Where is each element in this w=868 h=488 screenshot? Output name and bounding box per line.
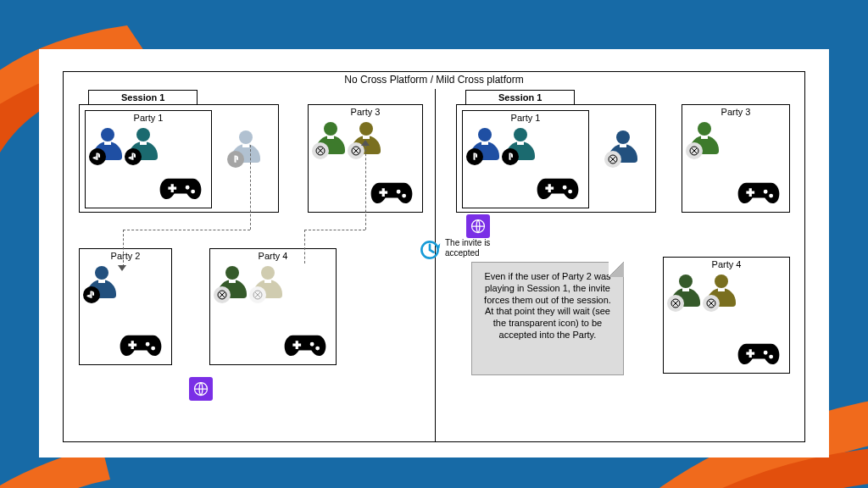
player-icon — [504, 126, 537, 164]
invite-line-5 — [365, 145, 367, 230]
player-icon — [126, 126, 160, 164]
session-tab-left: Session 1 — [88, 90, 198, 104]
session-box-right: Session 1 Party 1 — [456, 104, 656, 213]
party2-left-members — [85, 264, 119, 302]
diagram-title: No Cross Platform / Mild Cross platform — [64, 74, 804, 86]
arrowhead-icon — [118, 265, 126, 271]
diagram-outer-frame: No Cross Platform / Mild Cross platform … — [63, 71, 805, 442]
globe-icon — [189, 377, 213, 401]
invite-line-1 — [250, 145, 252, 230]
clock-refresh-icon — [418, 238, 442, 262]
session-tab-right: Session 1 — [465, 90, 575, 104]
xbox-icon — [214, 286, 231, 303]
xbox-icon — [604, 151, 621, 168]
player-icon — [91, 126, 125, 164]
party1-left-title: Party 1 — [86, 113, 211, 123]
party3-left-title: Party 3 — [309, 107, 422, 117]
playstation-icon — [125, 148, 142, 165]
party3-right: Party 3 — [682, 104, 790, 213]
gamepad-icon — [737, 178, 781, 207]
playstation-icon — [227, 151, 244, 168]
gamepad-icon — [370, 178, 414, 207]
player-icon — [468, 126, 502, 164]
playstation-icon — [466, 148, 483, 165]
party3-right-members — [687, 120, 721, 158]
session-box-left: Session 1 Party 1 — [79, 104, 279, 213]
slide-background: No Cross Platform / Mild Cross platform … — [0, 0, 868, 488]
party4-right-members — [669, 273, 738, 310]
xbox-icon — [312, 142, 329, 159]
gamepad-icon — [119, 330, 163, 359]
party3-left-members — [314, 120, 383, 158]
party4-left-title: Party 4 — [210, 251, 336, 261]
player-icon — [606, 129, 640, 166]
state-before: Session 1 Party 1 — [64, 89, 435, 441]
party1-right: Party 1 — [462, 110, 589, 208]
party4-right-title: Party 4 — [664, 259, 789, 269]
transition-label: The invite is accepted — [445, 238, 490, 258]
note-text: Even if the user of Party 2 was playing … — [479, 271, 616, 341]
party3-right-title: Party 3 — [682, 107, 789, 117]
explainer-note: Even if the user of Party 2 was playing … — [471, 262, 624, 375]
gamepad-icon — [737, 339, 781, 368]
gamepad-icon — [536, 174, 580, 202]
party1-left-members — [91, 126, 160, 164]
party1-right-title: Party 1 — [463, 113, 588, 123]
party1-left: Party 1 — [85, 110, 212, 208]
note-fold-icon — [609, 262, 624, 277]
invite-line-4 — [304, 230, 365, 231]
party1-right-members — [468, 126, 537, 164]
state-after: Session 1 Party 1 Pa — [435, 89, 806, 441]
player-icon — [704, 273, 738, 310]
invite-line-2 — [123, 230, 250, 231]
ghost-player-icon — [251, 264, 285, 302]
party4-right: Party 4 — [663, 257, 790, 374]
playstation-icon — [502, 148, 519, 165]
gamepad-icon — [159, 174, 203, 202]
player-icon — [314, 120, 348, 158]
player-icon — [687, 120, 721, 158]
ghost-player-icon — [229, 129, 263, 166]
invite-line-6 — [304, 230, 306, 263]
invite-line-3 — [123, 230, 125, 267]
xbox-icon — [703, 295, 720, 312]
xbox-icon — [667, 295, 684, 312]
globe-icon — [466, 214, 490, 238]
player-icon — [85, 264, 119, 302]
playstation-icon — [83, 286, 100, 303]
player-icon — [669, 273, 703, 310]
playstation-icon — [89, 148, 106, 165]
xbox-icon — [686, 142, 703, 159]
diagram-card: No Cross Platform / Mild Cross platform … — [39, 49, 829, 458]
arrowhead-icon — [361, 140, 370, 146]
party4-left-members — [215, 264, 285, 302]
player-icon — [215, 264, 249, 302]
gamepad-icon — [283, 330, 327, 359]
party4-left: Party 4 — [209, 248, 337, 365]
party2-left-title: Party 2 — [80, 251, 171, 261]
xbox-icon — [249, 286, 266, 303]
